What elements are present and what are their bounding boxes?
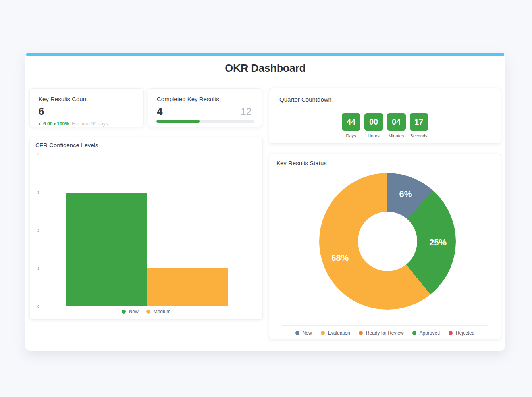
donut-label-approved: 25% xyxy=(429,237,447,248)
countdown-seconds-value: 17 xyxy=(410,113,428,131)
completed-total: 12 xyxy=(241,106,251,117)
y-tick: 0 xyxy=(37,304,39,308)
legend-dot-medium xyxy=(146,310,150,314)
legend-label: Rejected xyxy=(456,330,474,336)
legend-dot-ready-for-review xyxy=(359,331,363,335)
legend-item-ready-for-review[interactable]: Ready for Review xyxy=(359,330,404,336)
legend-label: Ready for Review xyxy=(366,330,404,336)
legend-divider xyxy=(282,325,488,326)
donut-chart-legend: New Evaluation Ready for Review Approved… xyxy=(269,330,501,336)
legend-label: Approved xyxy=(420,330,440,336)
y-tick: 2 xyxy=(37,229,39,233)
key-results-count-card: Key Results Count 6 ▴ 6.00 • 100% For pr… xyxy=(29,88,144,127)
legend-item-new[interactable]: New xyxy=(295,330,312,336)
cfr-confidence-levels-title: CFR Confidence Levels xyxy=(35,142,98,148)
countdown-unit-days: 44 Days xyxy=(342,113,360,138)
legend-dot-rejected xyxy=(449,331,453,335)
countdown-minutes-value: 04 xyxy=(387,113,406,131)
donut-hole xyxy=(358,212,417,271)
quarter-countdown-title: Quarter Countdown xyxy=(279,96,332,103)
key-results-count-title: Key Results Count xyxy=(39,96,88,102)
quarter-countdown-card: Quarter Countdown 44 Days 00 Hours 04 Mi… xyxy=(269,88,501,144)
bar-new xyxy=(66,193,147,306)
key-results-status-title: Key Results Status xyxy=(276,160,327,166)
legend-item-new[interactable]: New xyxy=(122,309,139,314)
key-results-count-value: 6 xyxy=(39,105,44,118)
legend-dot-approved xyxy=(412,331,416,335)
countdown-unit-hours: 00 Hours xyxy=(364,113,383,138)
legend-label: Evaluation xyxy=(328,330,350,336)
bar-chart-plot-area xyxy=(41,155,258,306)
countdown-unit-seconds: 17 Seconds xyxy=(410,113,428,138)
completed-value: 4 xyxy=(157,105,162,118)
legend-item-evaluation[interactable]: Evaluation xyxy=(321,330,350,336)
bar-medium xyxy=(147,268,228,306)
y-tick: 4 xyxy=(37,152,39,156)
legend-label: New xyxy=(303,330,312,336)
trend-period-note: For prior 90 days xyxy=(72,121,108,127)
legend-item-approved[interactable]: Approved xyxy=(412,330,440,336)
legend-item-rejected[interactable]: Rejected xyxy=(449,330,474,336)
completed-progress-fill xyxy=(156,120,200,123)
trend-value: 6.00 • 100% xyxy=(43,121,69,127)
page-title: OKR Dashboard xyxy=(25,62,505,75)
donut-label-evaluation: 68% xyxy=(331,253,349,263)
donut-chart: 6% 25% 68% xyxy=(319,173,456,310)
countdown-hours-label: Hours xyxy=(368,133,379,138)
legend-dot-evaluation xyxy=(321,331,325,335)
cfr-confidence-levels-card: CFR Confidence Levels 4 3 2 1 0 New Medi… xyxy=(29,137,263,320)
countdown-days-value: 44 xyxy=(342,113,360,131)
legend-label: New xyxy=(129,309,139,314)
accent-bar xyxy=(26,53,504,56)
completed-key-results-title: Completed Key Results xyxy=(157,96,219,102)
completed-progress-bar xyxy=(156,120,254,123)
y-tick: 3 xyxy=(37,191,39,195)
trend-up-icon: ▴ xyxy=(39,122,40,126)
bar-chart-legend: New Medium xyxy=(30,309,262,314)
countdown-seconds-label: Seconds xyxy=(411,133,428,138)
countdown-unit-minutes: 04 Minutes xyxy=(387,113,406,138)
legend-label: Medium xyxy=(154,309,171,314)
y-tick: 1 xyxy=(37,266,39,270)
page-background: { "page": { "title": "OKR Dashboard", "a… xyxy=(0,0,532,397)
donut-label-new: 6% xyxy=(399,189,412,199)
legend-dot-new xyxy=(295,331,299,335)
key-results-status-card: Key Results Status 6% 25% 68% New Evalua… xyxy=(269,154,501,339)
countdown-days-label: Days xyxy=(346,133,356,138)
countdown-hours-value: 00 xyxy=(364,113,383,131)
countdown-minutes-label: Minutes xyxy=(389,133,404,138)
y-axis-tick-labels: 4 3 2 1 0 xyxy=(30,152,39,308)
countdown-row: 44 Days 00 Hours 04 Minutes 17 Seconds xyxy=(269,113,501,138)
trend-row: ▴ 6.00 • 100% For prior 90 days xyxy=(39,121,108,127)
dashboard-card: OKR Dashboard Key Results Count 6 ▴ 6.00… xyxy=(25,53,505,351)
legend-dot-new xyxy=(122,310,126,314)
legend-item-medium[interactable]: Medium xyxy=(146,309,171,314)
completed-key-results-card: Completed Key Results 4 12 xyxy=(148,88,262,127)
